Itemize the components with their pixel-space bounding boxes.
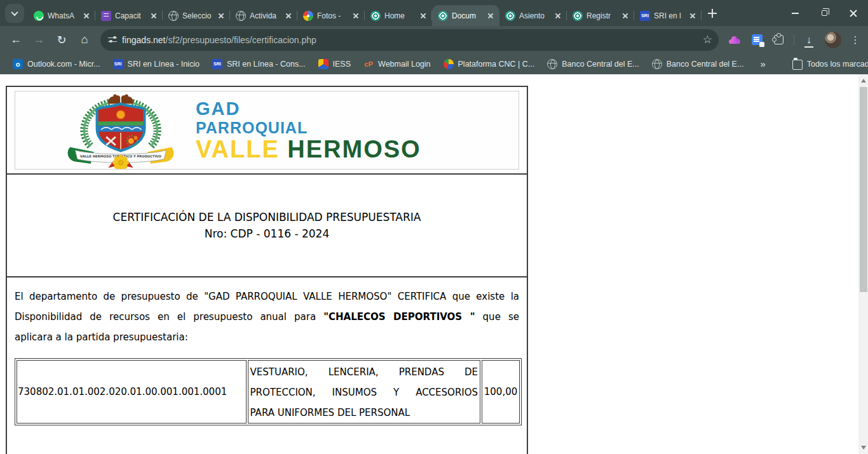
url-text[interactable]: fingads.net/sf2/presupuesto/files/certif… (122, 35, 698, 45)
logo-parroquial: PARROQUIAL (196, 120, 421, 136)
bookmarks-overflow-chevron[interactable]: » (754, 58, 771, 69)
minimize-button[interactable] (780, 0, 810, 26)
scroll-down-arrow[interactable] (861, 446, 866, 450)
close-window-button[interactable] (839, 0, 868, 26)
close-icon (849, 9, 858, 18)
tab-seleccio[interactable]: Seleccio (163, 5, 230, 26)
extension-cloud-icon[interactable] (729, 36, 740, 44)
browser-toolbar: ← → ↻ ⌂ fingads.net/sf2/presupuesto/file… (0, 26, 868, 53)
coat-of-arms: VALLE HERMOSO TURÍSTICO Y PRODUCTIVO (52, 91, 189, 169)
globe-icon (236, 11, 246, 21)
globe-icon (652, 59, 662, 69)
tab-label: Registr (587, 11, 616, 20)
bookmark-label: Banco Central del E... (562, 60, 639, 69)
close-icon[interactable] (283, 11, 294, 21)
bookmark-label: IESS (333, 60, 351, 69)
tab-activida[interactable]: Activida (230, 5, 297, 26)
partida-code-cell: 730802.01.01.002.020.01.00.001.001.0001 (17, 360, 247, 424)
scrollbar-thumb[interactable] (860, 87, 867, 292)
downloads-icon[interactable]: ↓ (799, 34, 818, 46)
tab-documento-active[interactable]: Docum (432, 5, 499, 26)
close-icon[interactable] (216, 11, 226, 21)
address-bar[interactable]: fingads.net/sf2/presupuesto/files/certif… (100, 29, 719, 51)
fingads-icon (573, 11, 583, 21)
outlook-icon: o (13, 59, 23, 69)
tab-whatsapp[interactable]: WhatsA (28, 5, 95, 26)
document-number: Nro: CDP - 0116 - 2024 (205, 226, 330, 242)
back-button[interactable]: ← (5, 29, 27, 51)
globe-icon (168, 11, 179, 21)
google-photos-icon (303, 11, 313, 21)
bookmark-banco-central-1[interactable]: Banco Central del E... (542, 57, 644, 71)
tab-registro[interactable]: Registr (567, 5, 634, 26)
sri-icon: SRI (640, 11, 650, 21)
close-icon[interactable] (81, 11, 92, 21)
scroll-up-arrow[interactable] (861, 79, 866, 83)
tab-search-button[interactable] (5, 4, 24, 23)
url-path: /sf2/presupuesto/files/certificacion.php (166, 35, 316, 45)
browser-menu-icon[interactable]: ⋮ (848, 34, 863, 46)
forward-button[interactable]: → (28, 29, 50, 51)
bookmark-cnc[interactable]: Plataforma CNC | C... (438, 57, 540, 71)
partida-amount-cell: 100,00 (482, 360, 520, 424)
document-title: CERTIFICACIÓN DE LA DISPONIBILIDAD PRESU… (113, 210, 421, 225)
whatsapp-icon (34, 11, 44, 21)
site-settings-icon[interactable] (108, 36, 117, 44)
bookmark-outlook[interactable]: o Outlook.com - Micr... (8, 57, 105, 71)
bookmark-label: SRI en Línea - Inicio (128, 60, 200, 69)
logo-gad: GAD (196, 100, 421, 118)
bookmark-star-icon[interactable]: ☆ (703, 33, 712, 46)
tab-capacit[interactable]: Capacit (95, 5, 163, 26)
tab-label: Docum (452, 11, 482, 20)
bookmark-label: Webmail Login (378, 60, 430, 69)
url-domain: fingads.net (122, 35, 166, 45)
close-icon[interactable] (553, 11, 563, 21)
close-icon[interactable] (351, 11, 361, 21)
logo-image: VALLE HERMOSO TURÍSTICO Y PRODUCTIVO GAD… (15, 91, 519, 170)
bookmark-label: Plataforma CNC | C... (458, 60, 535, 69)
close-icon[interactable] (149, 11, 159, 21)
restore-button[interactable] (810, 0, 839, 26)
tab-asiento[interactable]: Asiento (499, 5, 567, 26)
sri-icon: SRI (113, 59, 123, 69)
home-button[interactable]: ⌂ (74, 29, 95, 51)
folder-icon (792, 60, 803, 70)
page-content: VALLE HERMOSO TURÍSTICO Y PRODUCTIVO GAD… (0, 74, 868, 454)
partida-table: 730802.01.01.002.020.01.00.001.001.0001 … (15, 358, 522, 425)
fingads-icon (438, 11, 448, 21)
tab-fotos[interactable]: Fotos - (297, 5, 365, 26)
bookmark-sri-consultas[interactable]: SRI SRI en Línea - Cons... (207, 57, 311, 71)
google-forms-icon (101, 11, 111, 21)
tab-label: Fotos - (317, 11, 347, 20)
tab-sri[interactable]: SRI SRI en l (634, 5, 702, 26)
tab-label: Activida (250, 11, 280, 20)
toolbar-divider (794, 34, 794, 46)
tab-label: Seleccio (182, 11, 212, 20)
close-icon[interactable] (620, 11, 630, 21)
logo-hermoso: HERMOSO (287, 136, 421, 163)
new-tab-button[interactable] (704, 5, 721, 22)
tab-home[interactable]: Home (365, 5, 432, 26)
bookmark-iess[interactable]: IESS (313, 57, 356, 71)
tab-label: Capacit (115, 11, 145, 20)
tab-label: Home (384, 11, 414, 20)
bookmark-sri-inicio[interactable]: SRI SRI en Línea - Inicio (108, 57, 205, 71)
profile-avatar[interactable] (825, 32, 841, 48)
fingads-icon (505, 11, 515, 21)
close-icon[interactable] (688, 11, 698, 21)
tab-label: WhatsA (48, 11, 78, 20)
cnc-icon (444, 59, 454, 69)
paragraph-line3: aplicara a la partida presupuestaria: (15, 327, 519, 347)
bookmark-label: Outlook.com - Micr... (27, 60, 100, 69)
vertical-scrollbar[interactable] (858, 74, 868, 454)
all-bookmarks-button[interactable]: Todos los marcadores (787, 57, 868, 72)
bookmark-webmail[interactable]: cP Webmail Login (358, 57, 435, 71)
extensions-puzzle-icon[interactable] (774, 35, 783, 44)
close-icon[interactable] (418, 11, 428, 21)
close-icon[interactable] (485, 11, 496, 21)
title-section: CERTIFICACIÓN DE LA DISPONIBILIDAD PRESU… (7, 175, 527, 277)
logo-valle: VALLE (196, 136, 280, 163)
bookmark-banco-central-2[interactable]: Banco Central del E... (647, 57, 749, 71)
translate-icon[interactable] (752, 34, 763, 45)
reload-button[interactable]: ↻ (51, 29, 72, 51)
